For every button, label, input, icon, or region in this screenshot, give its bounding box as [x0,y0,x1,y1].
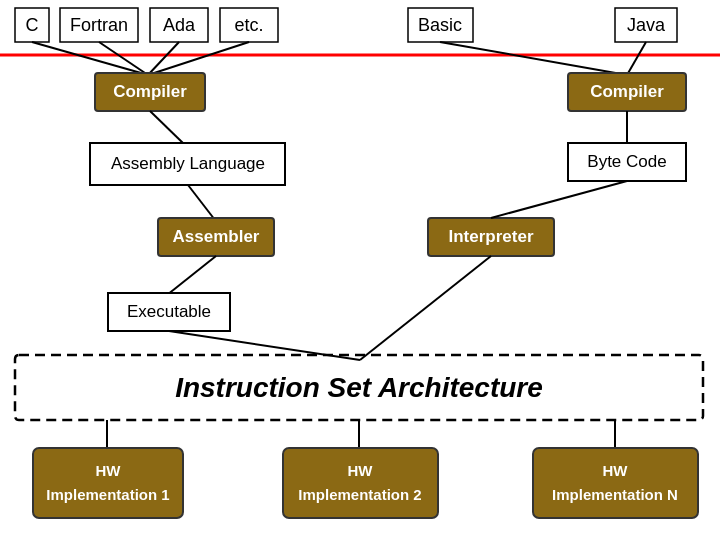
fortran-label: Fortran [70,15,128,35]
hwn-line1: HW [603,462,629,479]
hw2-line2: Implementation 2 [298,486,421,503]
assembly-to-assembler-line [188,185,215,220]
compiler-right-label: Compiler [590,82,664,101]
bytecode-label: Byte Code [587,152,666,171]
main-diagram: C Fortran Ada etc. Basic Java Compiler C… [0,0,720,540]
hwn-box [533,448,698,518]
hw2-line1: HW [348,462,374,479]
java-to-compiler-right-line [627,42,646,75]
assembler-label: Assembler [173,227,260,246]
basic-to-compiler-right-line [440,42,627,75]
hw2-box [283,448,438,518]
isa-label: Instruction Set Architecture [175,372,543,403]
hw1-line1: HW [96,462,122,479]
assembler-to-executable-line [167,256,216,295]
executable-label: Executable [127,302,211,321]
compiler-left-label: Compiler [113,82,187,101]
ada-label: Ada [163,15,196,35]
interpreter-label: Interpreter [448,227,533,246]
compiler-left-to-assembly-line [150,111,185,145]
bytecode-to-interpreter-line [491,181,627,218]
basic-label: Basic [418,15,462,35]
fortran-to-compiler-line [99,42,148,75]
c-to-compiler-line [32,42,148,75]
hw1-box [33,448,183,518]
hwn-line2: Implementation N [552,486,678,503]
c-label: C [26,15,39,35]
interpreter-to-isa-line [360,256,491,360]
assembly-label: Assembly Language [111,154,265,173]
etc-label: etc. [234,15,263,35]
java-label: Java [627,15,666,35]
hw1-line2: Implementation 1 [46,486,169,503]
